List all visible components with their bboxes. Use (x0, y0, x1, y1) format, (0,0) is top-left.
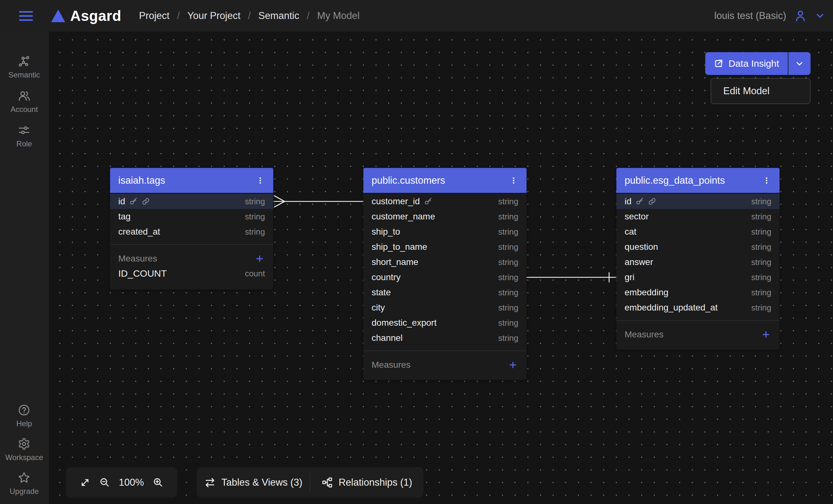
table-card-header[interactable]: public.esg_data_points (616, 168, 780, 194)
field-name: city (372, 303, 385, 313)
primary-key-icon (129, 197, 138, 206)
table-card-header[interactable]: isaiah.tags (110, 168, 273, 194)
sidebar-item-role[interactable]: Role (17, 124, 32, 148)
external-link-icon (714, 59, 723, 68)
table-field-row[interactable]: ship_to_namestring (363, 239, 527, 255)
model-lists-toolbar: Tables & Views (3) Relationships (1) (197, 467, 424, 498)
table-field-row[interactable]: answerstring (616, 255, 780, 270)
relationships-button[interactable]: Relationships (1) (310, 477, 424, 488)
hamburger-menu-icon[interactable] (19, 11, 33, 21)
table-field-row[interactable]: embedding_updated_atstring (616, 300, 780, 315)
measures-section: Measures (363, 351, 527, 380)
field-type: string (498, 227, 518, 237)
add-measure-button[interactable] (507, 360, 518, 370)
measures-label: Measures (118, 254, 254, 264)
field-type: string (751, 257, 771, 267)
sidebar-item-upgrade[interactable]: Upgrade (9, 472, 39, 496)
table-name: isaiah.tags (118, 175, 256, 186)
asgard-logo-icon (51, 9, 65, 22)
sidebar-item-workspace[interactable]: Workspace (5, 438, 43, 462)
sidebar-item-account[interactable]: Account (10, 90, 38, 114)
table-card-public-esg-data-points[interactable]: public.esg_data_points idstringsectorstr… (616, 168, 780, 350)
field-name: short_name (372, 257, 419, 267)
fit-view-button[interactable] (80, 477, 91, 488)
measure-row[interactable]: ID_COUNTcount (118, 266, 265, 281)
table-field-row[interactable]: tagstring (110, 209, 273, 224)
left-sidebar: Semantic Account Role Help (0, 32, 49, 504)
table-card-isaiah-tags[interactable]: isaiah.tags idstringtagstringcreated_ats… (110, 168, 273, 290)
table-field-row[interactable]: idstring (616, 194, 780, 209)
sidebar-label: Workspace (5, 453, 43, 462)
relationships-icon (322, 477, 333, 488)
table-field-row[interactable]: sectorstring (616, 209, 780, 224)
zoom-in-button[interactable] (153, 477, 164, 488)
table-field-row[interactable]: customer_idstring (363, 194, 527, 209)
table-field-row[interactable]: statestring (363, 285, 527, 300)
field-list: idstringtagstringcreated_atstring (110, 194, 273, 244)
chevron-down-icon[interactable] (815, 10, 826, 21)
table-field-row[interactable]: channelstring (363, 330, 527, 345)
tables-views-button[interactable]: Tables & Views (3) (197, 477, 310, 488)
sidebar-label: Role (17, 140, 32, 148)
breadcrumb-project[interactable]: Project (139, 10, 169, 22)
gear-icon (18, 438, 30, 450)
edit-model-menu-item[interactable]: Edit Model (711, 78, 811, 104)
field-name: customer_name (372, 212, 435, 222)
table-field-row[interactable]: created_atstring (110, 224, 273, 239)
add-measure-button[interactable] (254, 253, 265, 264)
table-card-header[interactable]: public.customers (363, 168, 527, 194)
table-field-row[interactable]: catstring (616, 224, 780, 239)
measure-type: count (245, 269, 265, 279)
table-card-public-customers[interactable]: public.customers customer_idstringcustom… (363, 168, 527, 380)
table-field-row[interactable]: customer_namestring (363, 209, 527, 224)
user-plan-label: louis test (Basic) (714, 10, 786, 22)
field-type: string (751, 227, 771, 237)
field-name: ship_to (372, 227, 400, 237)
field-name: tag (118, 212, 130, 222)
table-field-row[interactable]: countrystring (363, 270, 527, 285)
field-name: channel (372, 333, 403, 343)
user-avatar-icon[interactable] (794, 9, 807, 22)
breadcrumb-semantic[interactable]: Semantic (258, 10, 299, 22)
field-name: customer_id (372, 196, 420, 207)
swap-arrows-icon (204, 477, 216, 488)
semantic-graph-icon (18, 55, 30, 68)
table-field-row[interactable]: embeddingstring (616, 285, 780, 300)
kebab-menu-icon[interactable] (762, 174, 771, 187)
field-type: string (245, 227, 265, 237)
table-field-row[interactable]: gristring (616, 270, 780, 285)
link-icon (648, 197, 656, 206)
table-field-row[interactable]: ship_tostring (363, 224, 527, 239)
table-field-row[interactable]: questionstring (616, 239, 780, 255)
sidebar-label: Help (17, 419, 32, 428)
kebab-menu-icon[interactable] (509, 174, 518, 187)
data-insight-label: Data Insight (728, 58, 779, 69)
breadcrumb: Project / Your Project / Semantic / My M… (139, 10, 360, 22)
field-name: id (118, 196, 125, 207)
table-field-row[interactable]: idstring (110, 194, 273, 209)
sidebar-item-semantic[interactable]: Semantic (8, 55, 40, 79)
data-insight-button[interactable]: Data Insight (705, 52, 788, 75)
field-list: idstringsectorstringcatstringquestionstr… (616, 194, 780, 320)
field-name: ship_to_name (372, 242, 427, 252)
table-field-row[interactable]: citystring (363, 300, 527, 315)
add-measure-button[interactable] (761, 329, 771, 340)
field-name: cat (625, 227, 636, 237)
field-type: string (498, 333, 518, 343)
zoom-out-button[interactable] (99, 477, 110, 488)
sidebar-item-help[interactable]: Help (17, 404, 32, 428)
field-name: answer (625, 257, 653, 267)
breadcrumb-your-project[interactable]: Your Project (188, 10, 241, 22)
data-insight-dropdown-toggle[interactable] (788, 52, 811, 75)
table-field-row[interactable]: short_namestring (363, 255, 527, 270)
kebab-menu-icon[interactable] (256, 174, 265, 187)
table-field-row[interactable]: domestic_exportstring (363, 315, 527, 330)
breadcrumb-my-model: My Model (317, 10, 360, 22)
breadcrumb-separator: / (307, 10, 310, 22)
tables-views-label: Tables & Views (3) (221, 477, 302, 488)
field-type: string (498, 288, 518, 297)
field-type: string (751, 288, 771, 297)
primary-key-icon (636, 197, 644, 206)
field-name: embedding_updated_at (625, 303, 718, 313)
link-icon (142, 197, 150, 206)
